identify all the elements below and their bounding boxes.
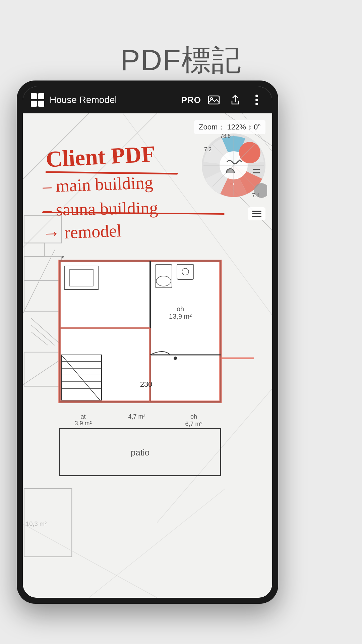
svg-line-41 [46,172,177,174]
app-icon [31,93,44,107]
svg-text:6,7 m²: 6,7 m² [185,421,202,427]
content-area: 10,3 m² Zoom： 122% ↕ 0° [23,113,272,598]
svg-text:3,9 m²: 3,9 m² [74,420,92,427]
floor-plan: oh 13,9 m² at 3,9 m² 4,7 m² oh 6,7 m² 23… [33,254,251,484]
phone-frame: House Remodel PRO [17,80,278,604]
ham-line-3 [252,216,261,217]
top-icons [206,93,264,107]
image-icon[interactable] [206,93,221,107]
ham-line-1 [252,211,261,212]
page-background: PDF標記 House Remodel PRO [0,0,362,644]
app-name: House Remodel [50,95,176,105]
radial-menu[interactable]: 78.8 7.4 7.2 → [200,132,267,199]
svg-text:→ remodel: → remodel [42,221,122,243]
svg-text:– main building: – main building [42,173,153,196]
svg-line-25 [89,489,225,598]
svg-text:– sauna building: – sauna building [42,198,158,219]
svg-text:at: at [80,413,85,420]
ham-line-2 [252,213,261,214]
svg-point-28 [239,142,260,163]
svg-text:oh: oh [190,413,197,420]
app-icon-sq1 [31,93,37,99]
app-icon-sq3 [31,101,37,107]
app-icon-sq4 [38,101,44,107]
zoom-angle: 0° [254,123,261,131]
svg-text:oh: oh [177,305,184,313]
svg-text:→: → [229,179,236,188]
svg-text:78.8: 78.8 [220,133,231,139]
svg-text:230: 230 [140,380,153,388]
zoom-label: Zoom： [199,123,225,131]
svg-point-2 [255,95,258,97]
svg-line-24 [23,523,157,598]
hamburger-menu-button[interactable] [248,207,265,220]
svg-point-3 [255,99,258,101]
zoom-value: 122% [227,123,246,131]
share-icon[interactable] [228,93,243,107]
page-title: PDF標記 [0,40,362,80]
svg-text:7.2: 7.2 [204,147,212,152]
svg-text:13,9 m²: 13,9 m² [169,313,192,320]
pro-badge: PRO [181,95,201,105]
svg-text:10,3 m²: 10,3 m² [26,520,47,527]
svg-rect-0 [208,96,219,104]
svg-text:patio: patio [131,447,149,458]
app-icon-sq2 [38,93,44,99]
svg-text:Client PDF: Client PDF [45,141,156,172]
svg-point-4 [255,103,258,105]
phone-screen: House Remodel PRO [23,87,272,598]
top-bar: House Remodel PRO [23,87,272,113]
svg-point-75 [174,357,177,360]
more-icon[interactable] [249,93,264,107]
zoom-arrow: ↕ [248,123,254,131]
svg-text:4,7 m²: 4,7 m² [128,413,145,420]
